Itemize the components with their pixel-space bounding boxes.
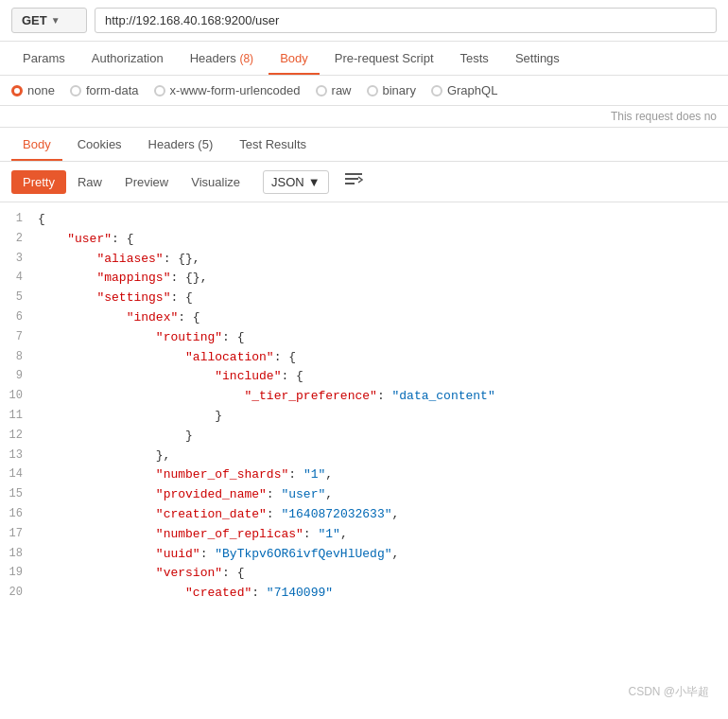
line-content: "version": { <box>34 564 728 584</box>
json-viewer: 1{2 "user": {3 "aliases": {},4 "mappings… <box>0 202 728 611</box>
line-number: 2 <box>0 230 34 248</box>
line-content: "aliases": {}, <box>34 250 728 270</box>
radio-graphql <box>431 85 442 96</box>
body-option-graphql[interactable]: GraphQL <box>431 83 497 97</box>
json-line: 5 "settings": { <box>0 289 728 308</box>
response-section: Body Cookies Headers (5) Test Results <box>0 128 728 162</box>
body-option-form-data[interactable]: form-data <box>70 83 139 97</box>
tab-tests[interactable]: Tests <box>449 42 500 75</box>
format-select[interactable]: JSON ▼ <box>263 170 329 194</box>
response-tab-cookies[interactable]: Cookies <box>66 128 133 161</box>
line-number: 14 <box>0 465 34 483</box>
line-content: "routing": { <box>34 328 728 348</box>
radio-raw <box>316 85 327 96</box>
url-input[interactable] <box>95 8 717 33</box>
line-content: }, <box>34 447 728 466</box>
response-tab-test-results[interactable]: Test Results <box>228 128 318 161</box>
radio-none <box>11 85 23 96</box>
radio-binary <box>367 85 378 96</box>
body-options: none form-data x-www-form-urlencoded raw… <box>0 76 728 106</box>
json-line: 7 "routing": { <box>0 328 728 348</box>
wrap-icon <box>344 171 363 188</box>
view-visualize-button[interactable]: Visualize <box>180 170 251 194</box>
format-chevron-icon: ▼ <box>308 175 321 189</box>
json-line: 11 } <box>0 407 728 427</box>
line-number: 12 <box>0 427 34 445</box>
line-number: 18 <box>0 545 34 563</box>
line-content: { <box>34 210 728 230</box>
radio-form-data <box>70 85 81 96</box>
line-number: 4 <box>0 269 34 287</box>
url-bar: GET ▼ <box>0 0 728 42</box>
format-label: JSON <box>271 175 304 189</box>
line-number: 19 <box>0 564 34 582</box>
svg-rect-2 <box>345 183 355 184</box>
view-pretty-button[interactable]: Pretty <box>11 170 66 194</box>
json-line: 3 "aliases": {}, <box>0 250 728 270</box>
line-number: 10 <box>0 387 34 405</box>
tab-headers[interactable]: Headers (8) <box>179 42 265 75</box>
tab-pre-request[interactable]: Pre-request Script <box>323 42 445 75</box>
line-number: 8 <box>0 348 34 366</box>
line-content: "include": { <box>34 367 728 387</box>
json-line: 10 "_tier_preference": "data_content" <box>0 387 728 407</box>
line-content: "number_of_shards": "1", <box>34 465 728 485</box>
line-number: 16 <box>0 505 34 523</box>
chevron-down-icon: ▼ <box>51 15 61 26</box>
view-preview-button[interactable]: Preview <box>113 170 180 194</box>
json-line: 15 "provided_name": "user", <box>0 485 728 505</box>
body-option-none[interactable]: none <box>11 83 55 97</box>
line-content: "mappings": {}, <box>34 269 728 289</box>
view-raw-button[interactable]: Raw <box>66 170 113 194</box>
tab-body[interactable]: Body <box>269 42 320 75</box>
line-number: 11 <box>0 407 34 425</box>
line-content: } <box>34 407 728 427</box>
json-line: 2 "user": { <box>0 230 728 250</box>
json-line: 20 "created": "7140099" <box>0 584 728 604</box>
response-tab-body[interactable]: Body <box>11 128 62 161</box>
json-line: 17 "number_of_replicas": "1", <box>0 525 728 545</box>
json-line: 1{ <box>0 210 728 230</box>
tab-authorization[interactable]: Authorization <box>80 42 175 75</box>
json-line: 8 "allocation": { <box>0 348 728 368</box>
radio-urlencoded <box>154 85 165 96</box>
request-tabs: Params Authorization Headers (8) Body Pr… <box>0 42 728 76</box>
line-content: "settings": { <box>34 289 728 308</box>
line-content: "number_of_replicas": "1", <box>34 525 728 545</box>
line-content: "uuid": "ByTkpv6OR6ivfQevHlUedg", <box>34 545 728 565</box>
json-line: 4 "mappings": {}, <box>0 269 728 289</box>
json-line: 12 } <box>0 427 728 447</box>
response-tabs: Body Cookies Headers (5) Test Results <box>0 128 728 161</box>
line-content: "created": "7140099" <box>34 584 728 604</box>
json-line: 6 "index": { <box>0 308 728 328</box>
line-content: "creation_date": "1640872032633", <box>34 505 728 525</box>
body-option-urlencoded[interactable]: x-www-form-urlencoded <box>154 83 301 97</box>
line-number: 9 <box>0 367 34 385</box>
viewer-toolbar: Pretty Raw Preview Visualize JSON ▼ <box>0 162 728 202</box>
line-number: 17 <box>0 525 34 543</box>
line-number: 6 <box>0 308 34 326</box>
line-content: "index": { <box>34 308 728 328</box>
line-number: 3 <box>0 250 34 268</box>
line-number: 20 <box>0 584 34 602</box>
body-option-binary[interactable]: binary <box>367 83 416 97</box>
line-content: } <box>34 427 728 447</box>
json-line: 14 "number_of_shards": "1", <box>0 465 728 485</box>
line-content: "_tier_preference": "data_content" <box>34 387 728 407</box>
response-tab-headers[interactable]: Headers (5) <box>137 128 225 161</box>
svg-rect-0 <box>345 173 362 175</box>
tab-params[interactable]: Params <box>11 42 77 75</box>
wrap-button[interactable] <box>337 167 371 196</box>
line-number: 1 <box>0 210 34 228</box>
svg-rect-1 <box>345 178 358 180</box>
method-select[interactable]: GET ▼ <box>11 8 87 33</box>
json-line: 19 "version": { <box>0 564 728 584</box>
method-label: GET <box>22 13 47 27</box>
line-number: 5 <box>0 289 34 307</box>
body-option-raw[interactable]: raw <box>316 83 352 97</box>
json-line: 9 "include": { <box>0 367 728 387</box>
line-content: "user": { <box>34 230 728 250</box>
tab-settings[interactable]: Settings <box>504 42 571 75</box>
json-line: 18 "uuid": "ByTkpv6OR6ivfQevHlUedg", <box>0 545 728 565</box>
line-number: 13 <box>0 447 34 465</box>
